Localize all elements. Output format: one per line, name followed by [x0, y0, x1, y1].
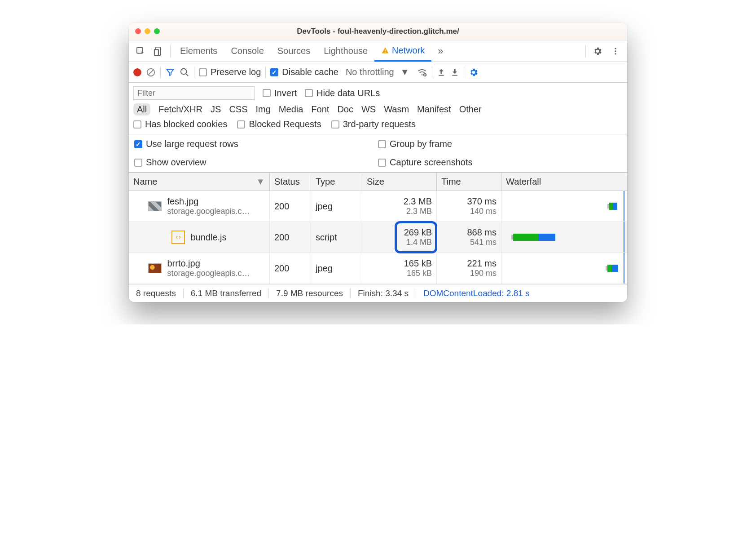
- filter-icon[interactable]: [165, 67, 175, 77]
- filter-type-manifest[interactable]: Manifest: [417, 104, 451, 115]
- filter-input[interactable]: [133, 86, 255, 100]
- filter-type-doc[interactable]: Doc: [337, 104, 353, 115]
- preserve-log-checkbox[interactable]: Preserve log: [199, 67, 261, 77]
- request-status: 200: [270, 253, 311, 284]
- status-finish: Finish: 3.34 s: [351, 288, 416, 298]
- warning-icon: [381, 46, 389, 54]
- request-status: 200: [270, 191, 311, 222]
- group-by-frame-checkbox[interactable]: Group by frame: [378, 139, 622, 149]
- svg-point-8: [615, 53, 616, 54]
- request-time: 221 ms190 ms: [437, 253, 501, 284]
- network-options: Use large request rows Group by frame Sh…: [129, 134, 627, 173]
- show-overview-checkbox[interactable]: Show overview: [134, 157, 378, 168]
- svg-point-10: [181, 68, 187, 74]
- tab-lighthouse[interactable]: Lighthouse: [317, 40, 374, 62]
- table-row[interactable]: fesh.jpgstorage.googleapis.c…200jpeg2.3 …: [129, 191, 627, 222]
- filter-type-other[interactable]: Other: [459, 104, 482, 115]
- more-tabs-icon[interactable]: »: [431, 45, 449, 57]
- window-title: DevTools - foul-heavenly-direction.glitc…: [129, 27, 627, 36]
- filter-type-js[interactable]: JS: [211, 104, 221, 115]
- has-blocked-cookies-checkbox[interactable]: Has blocked cookies: [133, 119, 227, 129]
- request-time: 868 ms541 ms: [437, 222, 501, 253]
- svg-point-6: [615, 48, 616, 49]
- chevron-down-icon: ▼: [400, 67, 409, 77]
- upload-har-icon[interactable]: [437, 68, 446, 77]
- column-size[interactable]: Size: [362, 173, 437, 191]
- inspect-element-icon[interactable]: [132, 46, 149, 56]
- hide-data-urls-checkbox[interactable]: Hide data URLs: [305, 88, 380, 98]
- svg-rect-5: [385, 52, 386, 53]
- request-name: brrto.jpg: [167, 258, 250, 269]
- clear-icon[interactable]: [146, 67, 156, 77]
- svg-rect-2: [154, 49, 158, 55]
- request-waterfall: [501, 253, 627, 284]
- filter-type-wasm[interactable]: Wasm: [384, 104, 409, 115]
- filter-type-font[interactable]: Font: [311, 104, 329, 115]
- capture-screenshots-checkbox[interactable]: Capture screenshots: [378, 157, 622, 168]
- filter-type-img[interactable]: Img: [256, 104, 271, 115]
- search-icon[interactable]: [180, 67, 189, 77]
- sort-indicator-icon: ▼: [256, 177, 265, 187]
- blocked-requests-checkbox[interactable]: Blocked Requests: [237, 119, 321, 129]
- request-type: script: [311, 222, 362, 253]
- settings-icon[interactable]: [589, 46, 607, 56]
- status-domcontentloaded: DOMContentLoaded: 2.81 s: [416, 288, 537, 298]
- invert-checkbox[interactable]: Invert: [263, 88, 297, 98]
- column-time[interactable]: Time: [437, 173, 501, 191]
- column-waterfall[interactable]: Waterfall: [501, 173, 627, 191]
- column-name[interactable]: Name▼: [129, 173, 270, 191]
- request-waterfall: [501, 191, 627, 222]
- network-settings-icon[interactable]: [469, 67, 479, 77]
- filter-type-css[interactable]: CSS: [229, 104, 247, 115]
- column-status[interactable]: Status: [270, 173, 311, 191]
- tab-console[interactable]: Console: [224, 40, 270, 62]
- request-name: fesh.jpg: [167, 196, 250, 207]
- large-rows-checkbox[interactable]: Use large request rows: [134, 139, 378, 149]
- svg-point-7: [615, 50, 616, 52]
- tab-sources[interactable]: Sources: [271, 40, 317, 62]
- disable-cache-checkbox[interactable]: Disable cache: [270, 67, 338, 77]
- filter-type-all[interactable]: All: [133, 103, 150, 115]
- status-resources: 7.9 MB resources: [269, 288, 351, 298]
- request-type: jpeg: [311, 253, 362, 284]
- script-file-icon: [171, 231, 185, 244]
- svg-point-11: [421, 74, 422, 75]
- table-row[interactable]: brrto.jpgstorage.googleapis.c…200jpeg165…: [129, 253, 627, 284]
- request-domain: storage.googleapis.c…: [167, 207, 250, 216]
- request-size: 2.3 MB2.3 MB: [362, 191, 437, 222]
- status-requests: 8 requests: [129, 288, 184, 298]
- filter-type-fetch[interactable]: Fetch/XHR: [158, 104, 202, 115]
- third-party-checkbox[interactable]: 3rd-party requests: [331, 119, 416, 129]
- svg-rect-4: [385, 50, 386, 52]
- filter-type-ws[interactable]: WS: [361, 104, 376, 115]
- kebab-menu-icon[interactable]: [607, 47, 624, 56]
- request-size: 165 kB165 kB: [362, 253, 437, 284]
- record-button[interactable]: [133, 68, 141, 76]
- network-toolbar: Preserve log Disable cache No throttling…: [129, 62, 627, 83]
- request-time: 370 ms140 ms: [437, 191, 501, 222]
- titlebar: DevTools - foul-heavenly-direction.glitc…: [129, 22, 627, 40]
- svg-rect-13: [439, 75, 444, 75]
- tab-network[interactable]: Network: [374, 40, 431, 62]
- image-thumbnail-icon: [148, 201, 162, 211]
- request-status: 200: [270, 222, 311, 253]
- request-domain: storage.googleapis.c…: [167, 269, 250, 278]
- throttling-select[interactable]: No throttling ▼: [343, 67, 412, 77]
- request-type: jpeg: [311, 191, 362, 222]
- svg-rect-14: [452, 75, 457, 75]
- status-transferred: 6.1 MB transferred: [184, 288, 269, 298]
- network-conditions-icon[interactable]: [417, 67, 427, 77]
- tab-elements[interactable]: Elements: [173, 40, 224, 62]
- devtools-window: DevTools - foul-heavenly-direction.glitc…: [129, 22, 627, 302]
- filter-type-media[interactable]: Media: [279, 104, 303, 115]
- panel-tabs: Elements Console Sources Lighthouse Netw…: [129, 40, 627, 62]
- request-name: bundle.js: [190, 232, 226, 243]
- request-size: 269 kB1.4 MB: [362, 222, 437, 253]
- filter-bar: Invert Hide data URLs All Fetch/XHR JS C…: [129, 83, 627, 134]
- request-table-header: Name▼ Status Type Size Time Waterfall: [129, 173, 627, 191]
- table-row[interactable]: bundle.js200script269 kB1.4 MB868 ms541 …: [129, 222, 627, 253]
- column-type[interactable]: Type: [311, 173, 362, 191]
- download-har-icon[interactable]: [450, 68, 459, 77]
- request-table-body: fesh.jpgstorage.googleapis.c…200jpeg2.3 …: [129, 191, 627, 284]
- device-toggle-icon[interactable]: [149, 46, 167, 56]
